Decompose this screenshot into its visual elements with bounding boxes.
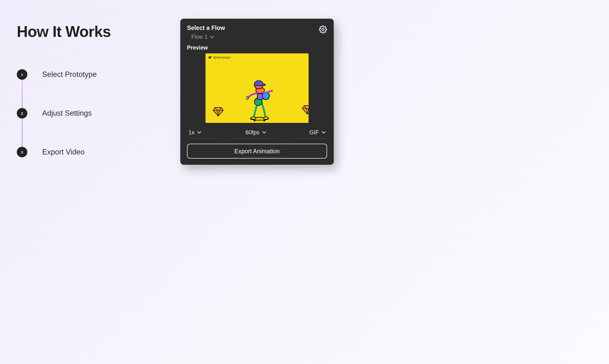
step-label: Export Video [42,148,85,156]
scale-dropdown[interactable]: 1x [188,129,217,138]
step-connector [22,118,23,147]
flow-selected-label: Flow 1 [191,34,208,40]
export-animation-button[interactable]: Export Animation [187,144,327,158]
gem-icon [213,106,224,117]
preview-character [246,80,275,123]
export-controls-row: 1x 60fps GIF [187,129,327,138]
left-column: How It Works 1 Select Prototype 2 Adjust… [17,23,151,157]
step-item: 2 Adjust Settings [17,108,151,118]
format-dropdown[interactable]: GIF [294,129,326,138]
twitter-icon [208,56,212,59]
scale-value: 1x [188,129,194,136]
panel-header-left: Select a Flow Flow 1 [187,25,225,40]
fps-dropdown[interactable]: 60fps [233,129,279,138]
chevron-down-icon [210,36,214,38]
panel-header: Select a Flow Flow 1 [187,25,327,40]
gear-icon [319,30,327,34]
svg-point-2 [254,119,256,121]
step-label: Select Prototype [42,70,97,79]
svg-point-5 [263,117,268,119]
step-number-badge: 1 [17,69,27,80]
fps-value: 60fps [246,129,260,136]
settings-button[interactable] [319,25,327,35]
step-item: 1 Select Prototype [17,69,151,80]
panel-title: Select a Flow [187,25,225,31]
step-connector [22,80,23,108]
svg-point-0 [322,28,324,30]
preview-label: Preview [187,45,327,51]
gem-icon [302,105,309,116]
format-value: GIF [309,129,319,136]
svg-point-3 [263,119,265,121]
step-item: 3 Export Video [17,147,151,157]
step-label: Adjust Settings [42,109,92,117]
preview-credit: @dannysapio [208,56,231,59]
step-number-badge: 3 [17,147,27,157]
chevron-down-icon [262,131,266,134]
svg-point-11 [246,97,249,99]
steps-list: 1 Select Prototype 2 Adjust Settings 3 E… [17,69,151,157]
preview-credit-text: @dannysapio [213,56,231,59]
chevron-down-icon [197,131,201,134]
step-number-badge: 2 [17,108,27,118]
flow-dropdown[interactable]: Flow 1 [187,34,214,40]
page-title: How It Works [17,23,151,40]
chevron-down-icon [322,131,326,134]
preview-canvas: @dannysapio [206,53,309,123]
export-panel: Select a Flow Flow 1 Preview @dannys [180,19,334,165]
svg-point-4 [251,117,256,119]
